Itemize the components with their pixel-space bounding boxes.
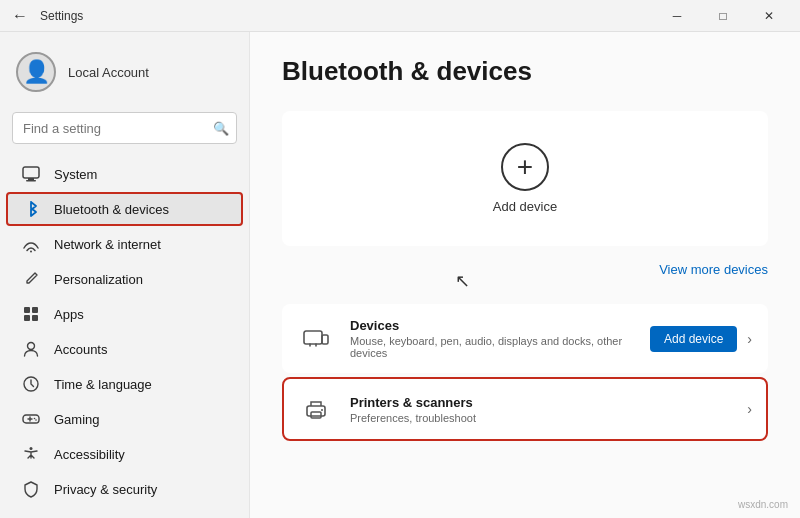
settings-row-printers[interactable]: Printers & scannersPreferences, troubles… <box>282 377 768 441</box>
sidebar-item-accessibility[interactable]: Accessibility <box>6 437 243 471</box>
settings-rows: DevicesMouse, keyboard, pen, audio, disp… <box>282 304 768 441</box>
sidebar-label-personalization: Personalization <box>54 272 143 287</box>
devices-add-button[interactable]: Add device <box>650 326 737 352</box>
titlebar: ← Settings ─ □ ✕ <box>0 0 800 32</box>
svg-point-8 <box>28 343 35 350</box>
svg-rect-15 <box>322 335 328 344</box>
network-icon <box>22 235 40 253</box>
svg-rect-6 <box>24 315 30 321</box>
gaming-icon <box>22 410 40 428</box>
sidebar-item-personalization[interactable]: Personalization <box>6 262 243 296</box>
search-container: 🔍 <box>12 112 237 144</box>
printers-title: Printers & scanners <box>350 395 731 410</box>
svg-rect-4 <box>24 307 30 313</box>
bluetooth-icon <box>22 200 40 218</box>
svg-rect-0 <box>23 167 39 178</box>
printers-text: Printers & scannersPreferences, troubles… <box>350 395 731 424</box>
app-container: 👤 Local Account 🔍 SystemBluetooth & devi… <box>0 32 800 518</box>
svg-rect-16 <box>307 406 325 416</box>
printers-subtitle: Preferences, troubleshoot <box>350 412 731 424</box>
window-controls: ─ □ ✕ <box>654 0 792 32</box>
svg-point-11 <box>34 418 36 420</box>
svg-point-18 <box>321 409 323 411</box>
sidebar-item-apps[interactable]: Apps <box>6 297 243 331</box>
devices-chevron: › <box>747 331 752 347</box>
sidebar-item-privacy[interactable]: Privacy & security <box>6 472 243 506</box>
sidebar-item-bluetooth[interactable]: Bluetooth & devices <box>6 192 243 226</box>
plus-icon: + <box>517 151 533 183</box>
devices-text: DevicesMouse, keyboard, pen, audio, disp… <box>350 318 634 359</box>
settings-row-devices[interactable]: DevicesMouse, keyboard, pen, audio, disp… <box>282 304 768 373</box>
svg-rect-1 <box>28 178 34 180</box>
sidebar-item-accounts[interactable]: Accounts <box>6 332 243 366</box>
back-button[interactable]: ← <box>8 7 32 25</box>
svg-rect-5 <box>32 307 38 313</box>
privacy-icon <box>22 480 40 498</box>
view-more-link[interactable]: View more devices <box>659 262 768 277</box>
titlebar-left: ← Settings <box>8 7 83 25</box>
sidebar-label-privacy: Privacy & security <box>54 482 157 497</box>
view-more-container: View more devices <box>282 250 768 288</box>
devices-icon <box>298 321 334 357</box>
time-icon <box>22 375 40 393</box>
printers-chevron: › <box>747 401 752 417</box>
sidebar-item-gaming[interactable]: Gaming <box>6 402 243 436</box>
avatar: 👤 <box>16 52 56 92</box>
apps-icon <box>22 305 40 323</box>
search-input[interactable] <box>12 112 237 144</box>
svg-point-13 <box>30 447 33 450</box>
nav-list: SystemBluetooth & devicesNetwork & inter… <box>0 156 249 507</box>
devices-action: Add device› <box>650 326 752 352</box>
sidebar-item-time[interactable]: Time & language <box>6 367 243 401</box>
svg-point-3 <box>30 251 32 253</box>
printers-action: › <box>747 401 752 417</box>
minimize-button[interactable]: ─ <box>654 0 700 32</box>
add-device-card[interactable]: + Add device <box>282 111 768 246</box>
sidebar-label-time: Time & language <box>54 377 152 392</box>
sidebar-item-system[interactable]: System <box>6 157 243 191</box>
search-icon: 🔍 <box>213 121 229 136</box>
sidebar: 👤 Local Account 🔍 SystemBluetooth & devi… <box>0 32 250 518</box>
sidebar-label-apps: Apps <box>54 307 84 322</box>
app-title: Settings <box>40 9 83 23</box>
svg-rect-2 <box>26 180 36 182</box>
sidebar-label-accounts: Accounts <box>54 342 107 357</box>
close-button[interactable]: ✕ <box>746 0 792 32</box>
printers-icon <box>298 391 334 427</box>
svg-rect-17 <box>311 412 321 418</box>
svg-rect-7 <box>32 315 38 321</box>
sidebar-label-gaming: Gaming <box>54 412 100 427</box>
page-title: Bluetooth & devices <box>282 56 768 87</box>
sidebar-label-bluetooth: Bluetooth & devices <box>54 202 169 217</box>
sidebar-label-network: Network & internet <box>54 237 161 252</box>
system-icon <box>22 165 40 183</box>
user-icon: 👤 <box>23 59 50 85</box>
sidebar-label-accessibility: Accessibility <box>54 447 125 462</box>
personalization-icon <box>22 270 40 288</box>
svg-rect-14 <box>304 331 322 344</box>
maximize-button[interactable]: □ <box>700 0 746 32</box>
svg-point-12 <box>35 419 37 421</box>
add-device-icon: + <box>501 143 549 191</box>
sidebar-item-network[interactable]: Network & internet <box>6 227 243 261</box>
accessibility-icon <box>22 445 40 463</box>
sidebar-label-system: System <box>54 167 97 182</box>
user-profile[interactable]: 👤 Local Account <box>0 40 249 104</box>
accounts-icon <box>22 340 40 358</box>
add-device-label: Add device <box>493 199 557 214</box>
user-name: Local Account <box>68 65 149 80</box>
devices-subtitle: Mouse, keyboard, pen, audio, displays an… <box>350 335 634 359</box>
devices-title: Devices <box>350 318 634 333</box>
main-content: Bluetooth & devices + Add device View mo… <box>250 32 800 518</box>
